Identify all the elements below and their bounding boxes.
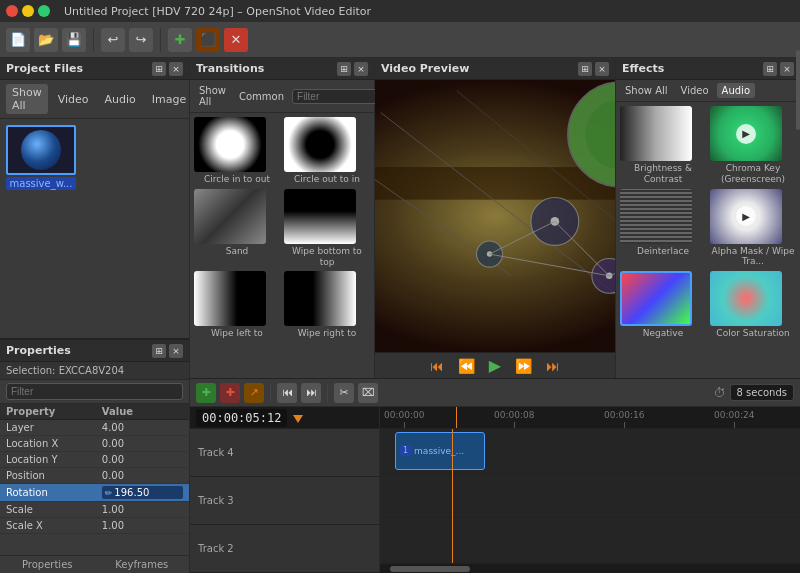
timeline-scrollbar[interactable]	[380, 563, 800, 573]
preview-float[interactable]: ⊞	[578, 62, 592, 76]
transition-wipe-bottom[interactable]: Wipe bottom to top	[284, 189, 370, 268]
project-files-close[interactable]: ×	[169, 62, 183, 76]
transition-label: Circle in to out	[194, 174, 280, 185]
project-files-content: massive_w...	[0, 119, 189, 338]
file-label: massive_w...	[6, 177, 76, 190]
transitions-float[interactable]: ⊞	[337, 62, 351, 76]
next-frame-button[interactable]: ⏭	[301, 383, 321, 403]
properties-controls: ⊞ ×	[152, 344, 183, 358]
ruler-tick-line	[624, 422, 625, 428]
effect-color-sat[interactable]: Color Saturation	[710, 271, 796, 339]
main-layout: Project Files ⊞ × Show All Video Audio I…	[0, 58, 800, 573]
play-button[interactable]: ▶	[485, 354, 505, 377]
stop-button[interactable]: ✕	[224, 28, 248, 52]
ruler-label-1: 00:00:08	[494, 410, 534, 420]
remove-clip-button[interactable]: ✚	[220, 383, 240, 403]
track-labels: Track 4 Track 3 Track 2	[190, 429, 379, 573]
razor-tool[interactable]: ⌧	[358, 383, 378, 403]
properties-footer: Properties Keyframes	[0, 555, 189, 573]
tab-keyframes[interactable]: Keyframes	[95, 556, 190, 573]
properties-table: Property Value Layer4.00Location X0.00Lo…	[0, 404, 189, 555]
effects-close[interactable]: ×	[780, 62, 794, 76]
arrow-tool[interactable]: ↗	[244, 383, 264, 403]
step-forward-button[interactable]: ⏩	[511, 356, 536, 376]
svg-rect-1	[375, 167, 615, 200]
close-button[interactable]	[6, 5, 18, 17]
tab-show-all[interactable]: Show All	[6, 84, 48, 114]
effects-float[interactable]: ⊞	[763, 62, 777, 76]
add-button[interactable]: ✚	[168, 28, 192, 52]
effects-tab-show-all[interactable]: Show All	[620, 83, 673, 98]
transition-wipe-right[interactable]: Wipe right to	[284, 271, 370, 339]
preview-close[interactable]: ×	[595, 62, 609, 76]
property-value: 0.00	[96, 436, 189, 452]
project-files-float[interactable]: ⊞	[152, 62, 166, 76]
step-back-button[interactable]: ⏪	[454, 356, 479, 376]
tab-audio[interactable]: Audio	[99, 91, 142, 108]
transitions-close[interactable]: ×	[354, 62, 368, 76]
add-clip-button[interactable]: ✚	[196, 383, 216, 403]
ruler-label-2: 00:00:16	[604, 410, 644, 420]
ruler-marks: 00:00:00 00:00:08 00:00:16	[384, 407, 796, 428]
transition-sand[interactable]: Sand	[194, 189, 280, 268]
jump-start-button[interactable]: ⏮	[426, 356, 448, 376]
maximize-button[interactable]	[38, 5, 50, 17]
property-name: Position	[0, 468, 96, 484]
transitions-scrollbar[interactable]	[796, 58, 800, 130]
rotation-edit[interactable]: ✏ 196.50	[102, 486, 183, 499]
minimize-button[interactable]	[22, 5, 34, 17]
property-value: 0.00	[96, 468, 189, 484]
effect-chroma[interactable]: ▶ Chroma Key (Greenscreen)	[710, 106, 796, 185]
transition-label: Wipe bottom to top	[284, 246, 370, 268]
preview-video-area	[375, 80, 615, 352]
effect-alpha[interactable]: ▶ Alpha Mask / Wipe Tra...	[710, 189, 796, 268]
tab-image[interactable]: Image	[146, 91, 192, 108]
split-button[interactable]: ✂	[334, 383, 354, 403]
save-button[interactable]: 💾	[62, 28, 86, 52]
transition-circle-in[interactable]: Circle in to out	[194, 117, 280, 185]
tab-properties[interactable]: Properties	[0, 556, 95, 573]
ruler-tick-2: 00:00:16	[604, 410, 644, 428]
transition-wipe-left[interactable]: Wipe left to	[194, 271, 280, 339]
effects-tab-audio[interactable]: Audio	[717, 83, 755, 98]
track-3-name: Track 3	[198, 495, 234, 506]
effect-deinterlace[interactable]: Deinterlace	[620, 189, 706, 268]
effects-title: Effects	[622, 62, 664, 75]
timeline-ruler: 00:00:00 00:00:08 00:00:16	[380, 407, 800, 429]
record-button[interactable]: ⬛	[196, 28, 220, 52]
tab-video[interactable]: Video	[52, 91, 95, 108]
transition-circle-out[interactable]: Circle out to in	[284, 117, 370, 185]
file-item[interactable]: massive_w...	[6, 125, 76, 190]
effect-label: Brightness & Contrast	[620, 163, 706, 185]
redo-button[interactable]: ↪	[129, 28, 153, 52]
effect-negative[interactable]: Negative	[620, 271, 706, 339]
transition-thumb	[284, 189, 356, 244]
properties-filter-input[interactable]	[6, 383, 183, 400]
transitions-tab-show-all[interactable]: Show All	[194, 83, 231, 109]
properties-close[interactable]: ×	[169, 344, 183, 358]
tracks-container: 1 massive_...	[380, 429, 800, 563]
transitions-grid: Circle in to out Circle out to in Sand W…	[190, 113, 374, 378]
clip-number: 1	[400, 445, 411, 456]
prev-frame-button[interactable]: ⏮	[277, 383, 297, 403]
properties-float[interactable]: ⊞	[152, 344, 166, 358]
timeline-toolbar: ✚ ✚ ↗ ⏮ ⏭ ✂ ⌧ ⏱ 8 seconds	[190, 379, 800, 407]
timeline-right: 00:00:00 00:00:08 00:00:16	[380, 407, 800, 573]
timeline-area: ✚ ✚ ↗ ⏮ ⏭ ✂ ⌧ ⏱ 8 seconds 00:00:	[190, 378, 800, 573]
tl-sep-1	[270, 384, 271, 402]
new-button[interactable]: 📄	[6, 28, 30, 52]
window-controls[interactable]	[6, 5, 50, 17]
scrollbar-thumb[interactable]	[390, 566, 470, 572]
transitions-tab-common[interactable]: Common	[234, 89, 289, 104]
jump-end-button[interactable]: ⏭	[542, 356, 564, 376]
toolbar-separator-2	[160, 28, 161, 52]
effects-tab-video[interactable]: Video	[676, 83, 714, 98]
open-button[interactable]: 📂	[34, 28, 58, 52]
undo-button[interactable]: ↩	[101, 28, 125, 52]
effect-brightness[interactable]: Brightness & Contrast	[620, 106, 706, 185]
transition-label: Circle out to in	[284, 174, 370, 185]
property-value[interactable]: ✏ 196.50	[96, 484, 189, 502]
clip-massive[interactable]: 1 massive_...	[395, 432, 485, 470]
properties-title: Properties	[6, 344, 71, 357]
tl-sep-2	[327, 384, 328, 402]
